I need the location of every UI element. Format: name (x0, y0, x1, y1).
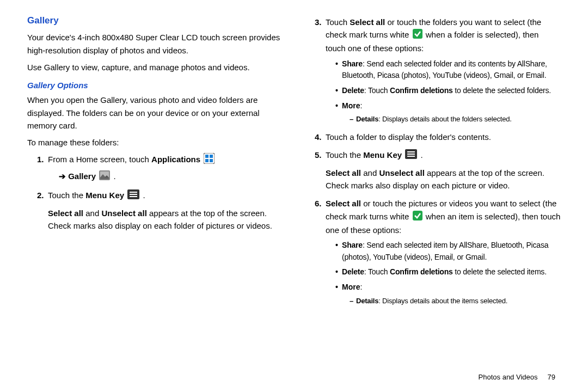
more-sub: Details: Displays details about the fold… (342, 114, 561, 125)
step-5-result: Select all and Unselect all appears at t… (326, 167, 561, 192)
step-2: Touch the Menu Key . Select all and Unse… (37, 189, 283, 232)
heading-gallery-options: Gallery Options (27, 79, 283, 91)
columns: Gallery Your device's 4-inch 800x480 Sup… (27, 14, 561, 367)
step-5: Touch the Menu Key . Select all and Unse… (315, 149, 561, 192)
step-1-text: From a Home screen, touch (48, 155, 151, 164)
step-1: From a Home screen, touch Applications ➔… (37, 153, 283, 183)
footer-section: Photos and Videos (479, 373, 538, 381)
menu-key-icon (405, 149, 417, 162)
option-more: More: Details: Displays details about th… (335, 100, 561, 125)
svg-rect-1 (205, 155, 209, 158)
applications-label: Applications (151, 155, 200, 164)
select-all-label: Select all (326, 199, 361, 208)
more-sub-2: Details: Displays details about the item… (342, 296, 561, 307)
select-all-label: Select all (326, 168, 361, 177)
option-share: Share: Send each selected folder and its… (335, 58, 561, 82)
gallery-icon (99, 170, 110, 183)
select-all-label: Select all (350, 17, 385, 27)
svg-rect-16 (407, 151, 415, 152)
svg-rect-9 (100, 177, 109, 179)
step-1-sub: ➔ Gallery . (59, 170, 283, 183)
menu-key-label: Menu Key (363, 150, 402, 160)
option-more-2: More: Details: Displays details about th… (335, 281, 561, 307)
svg-rect-12 (130, 194, 137, 195)
option-delete: Delete: Touch Confirm deletions to delet… (335, 85, 561, 97)
svg-rect-3 (205, 159, 209, 162)
steps-right: Touch Select all or touch the folders yo… (305, 16, 561, 307)
checkmark-icon (413, 29, 422, 42)
option-delete-2: Delete: Touch Confirm deletions to delet… (335, 266, 561, 278)
intro-paragraph-1: Your device's 4-inch 800x480 Super Clear… (27, 31, 283, 57)
unselect-all-label: Unselect all (101, 209, 146, 218)
step-3-options: Share: Send each selected folder and its… (326, 58, 561, 125)
intro-paragraph-2: Use Gallery to view, capture, and manage… (27, 61, 283, 74)
options-intro: When you open the Gallery, various photo… (27, 94, 283, 132)
heading-gallery: Gallery (27, 14, 283, 28)
to-manage-label: To manage these folders: (27, 136, 283, 149)
step-6: Select all or touch the pictures or vide… (315, 197, 561, 307)
svg-rect-2 (210, 155, 213, 158)
step-4: Touch a folder to display the folder's c… (315, 131, 561, 143)
select-all-label: Select all (48, 209, 83, 218)
svg-rect-14 (413, 29, 422, 39)
checkmark-icon (413, 211, 422, 224)
option-share-2: Share: Send each selected item by AllSha… (335, 240, 561, 263)
unselect-all-label: Unselect all (379, 168, 424, 177)
steps-left: From a Home screen, touch Applications ➔… (27, 153, 283, 232)
page-footer: Photos and Videos 79 (27, 367, 561, 381)
svg-rect-19 (413, 211, 422, 220)
svg-rect-18 (407, 156, 415, 157)
applications-icon (204, 153, 215, 167)
manual-page: Gallery Your device's 4-inch 800x480 Sup… (0, 0, 588, 392)
svg-rect-13 (130, 196, 137, 197)
right-column: Touch Select all or touch the folders yo… (305, 14, 561, 367)
footer-page-number: 79 (548, 373, 555, 381)
gallery-label: Gallery (68, 171, 96, 181)
svg-rect-11 (130, 192, 137, 193)
step-3: Touch Select all or touch the folders yo… (315, 16, 561, 125)
more-details-2: Details: Displays details about the item… (350, 296, 561, 307)
step-2-text: Touch the (48, 191, 85, 200)
svg-rect-4 (210, 159, 213, 162)
step-6-options: Share: Send each selected item by AllSha… (326, 240, 561, 307)
more-details: Details: Displays details about the fold… (350, 114, 561, 125)
menu-key-icon (127, 189, 139, 203)
svg-rect-17 (407, 154, 415, 155)
left-column: Gallery Your device's 4-inch 800x480 Sup… (27, 14, 283, 367)
step-2-result: Select all and Unselect all appears at t… (48, 207, 283, 232)
arrow-icon: ➔ (59, 171, 68, 181)
menu-key-label: Menu Key (85, 191, 124, 200)
